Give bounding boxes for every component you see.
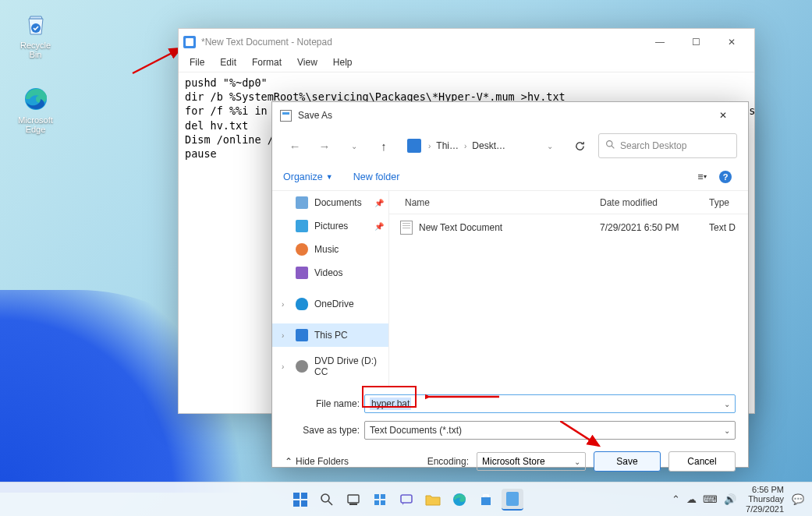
view-options-button[interactable]: ≡ ▾ — [690, 168, 714, 186]
text-file-icon — [400, 221, 413, 235]
search-button[interactable] — [316, 489, 338, 511]
folder-tree[interactable]: Documents📌 Pictures📌 Music Videos › OneD… — [272, 191, 389, 386]
notifications-tray-icon[interactable]: 💬 — [790, 493, 806, 505]
save-as-title-text: Save As — [298, 110, 332, 121]
chevron-down-icon[interactable]: ⌄ — [574, 458, 580, 466]
tree-item-pictures[interactable]: Pictures📌 — [272, 214, 388, 238]
widgets-button[interactable] — [369, 489, 391, 511]
column-name[interactable]: Name — [389, 197, 600, 208]
task-view-button[interactable] — [342, 489, 364, 511]
desktop-icon-label: Recycle Bin — [14, 41, 57, 59]
taskbar-center-icons — [289, 489, 523, 511]
chevron-down-icon[interactable]: ⌄ — [544, 142, 555, 150]
tree-item-onedrive[interactable]: › OneDrive — [272, 292, 388, 316]
menu-view[interactable]: View — [289, 55, 325, 72]
search-placeholder: Search Desktop — [620, 140, 686, 151]
save-as-titlebar[interactable]: Save As ✕ — [272, 102, 748, 129]
tree-item-this-pc[interactable]: › This PC — [272, 323, 388, 347]
close-button[interactable]: ✕ — [706, 104, 740, 127]
edge-button[interactable] — [449, 489, 470, 511]
close-button[interactable]: ✕ — [714, 30, 750, 55]
file-type-cell: Text D — [709, 222, 748, 233]
saveastype-select[interactable]: Text Documents (*.txt) ⌄ — [364, 421, 736, 440]
column-date[interactable]: Date modified — [600, 197, 709, 208]
cancel-button[interactable]: Cancel — [668, 451, 736, 472]
start-button[interactable] — [289, 489, 311, 511]
desktop-icon-label: Microsoft Edge — [14, 115, 57, 134]
search-input[interactable]: Search Desktop — [598, 133, 737, 158]
tray-chevron-up-icon[interactable]: ⌃ — [670, 493, 682, 505]
chevron-up-icon: ⌃ — [285, 456, 293, 467]
svg-rect-16 — [381, 494, 385, 499]
tree-item-dvd[interactable]: › DVD Drive (D:) CC — [272, 355, 388, 378]
svg-rect-13 — [348, 495, 359, 503]
file-list-row[interactable]: New Text Document 7/29/2021 6:50 PM Text… — [389, 214, 748, 241]
organize-button[interactable]: Organize ▼ — [283, 171, 333, 182]
help-button[interactable]: ? — [714, 168, 737, 186]
annotation-arrow-to-filename — [425, 391, 503, 405]
menu-format[interactable]: Format — [244, 55, 289, 72]
keyboard-tray-icon[interactable]: ⌨ — [701, 493, 719, 505]
svg-point-3 — [607, 141, 612, 147]
breadcrumb-seg[interactable]: Thi… — [436, 140, 459, 151]
notepad-titlebar[interactable]: *New Text Document - Notepad ― ☐ ✕ — [179, 29, 754, 55]
pictures-icon — [296, 220, 308, 232]
minimize-button[interactable]: ― — [642, 30, 678, 55]
svg-line-6 — [560, 421, 599, 446]
back-button[interactable]: ← — [283, 134, 307, 157]
chat-button[interactable] — [395, 489, 417, 511]
tree-item-documents[interactable]: Documents📌 — [272, 191, 388, 214]
store-button[interactable] — [475, 489, 497, 511]
menu-help[interactable]: Help — [325, 55, 360, 72]
chevron-down-icon: ▼ — [326, 173, 333, 181]
document-icon — [296, 196, 308, 209]
svg-rect-10 — [301, 500, 307, 507]
maximize-button[interactable]: ☐ — [678, 30, 714, 55]
file-date-cell: 7/29/2021 6:50 PM — [600, 222, 709, 233]
menu-file[interactable]: File — [182, 55, 212, 72]
saveastype-value: Text Documents (*.txt) — [370, 425, 462, 436]
filename-label: File name: — [285, 398, 364, 409]
svg-rect-18 — [381, 500, 385, 505]
volume-tray-icon[interactable]: 🔊 — [722, 493, 738, 505]
taskbar[interactable]: ⌃ ☁ ⌨ 🔊 6:56 PM Thursday 7/29/2021 💬 — [0, 482, 812, 516]
explorer-button[interactable] — [422, 489, 444, 511]
column-type[interactable]: Type — [709, 197, 748, 208]
breadcrumb-seg[interactable]: Deskt… — [472, 140, 505, 151]
chevron-down-icon[interactable]: ⌄ — [724, 400, 730, 408]
address-breadcrumb[interactable]: › Thi… › Deskt… ⌄ — [402, 133, 561, 158]
hide-folders-button[interactable]: ⌃ Hide Folders — [285, 456, 349, 467]
expand-icon[interactable]: › — [282, 300, 284, 309]
desktop-icon-edge[interactable]: Microsoft Edge — [14, 84, 57, 134]
saveastype-label: Save as type: — [285, 425, 364, 436]
desktop-icon-recycle-bin[interactable]: Recycle Bin — [14, 9, 57, 59]
notepad-icon — [183, 36, 196, 48]
annotation-highlight-filename — [362, 386, 417, 408]
svg-rect-19 — [401, 495, 412, 503]
onedrive-tray-icon[interactable]: ☁ — [685, 493, 698, 505]
expand-icon[interactable]: › — [282, 331, 284, 340]
up-button[interactable]: ↑ — [372, 134, 395, 157]
save-as-nav-row: ← → ⌄ ↑ › Thi… › Deskt… ⌄ Search Desktop — [272, 129, 748, 163]
taskbar-clock[interactable]: 6:56 PM Thursday 7/29/2021 — [746, 485, 784, 514]
notepad-title-text: *New Text Document - Notepad — [201, 37, 332, 48]
notepad-taskbar-button[interactable] — [502, 489, 523, 511]
menu-edit[interactable]: Edit — [212, 55, 244, 72]
refresh-button[interactable] — [567, 133, 592, 158]
file-list-header[interactable]: Name Date modified Type — [389, 191, 748, 214]
forward-button[interactable]: → — [313, 134, 336, 157]
taskbar-system-tray[interactable]: ⌃ ☁ ⌨ 🔊 6:56 PM Thursday 7/29/2021 💬 — [670, 485, 812, 514]
dvd-icon — [296, 360, 308, 373]
tree-item-videos[interactable]: Videos — [272, 261, 388, 285]
chevron-down-icon[interactable]: ⌄ — [724, 426, 730, 435]
encoding-value: Microsoft Store — [482, 456, 545, 467]
new-folder-button[interactable]: New folder — [353, 171, 400, 182]
expand-icon[interactable]: › — [282, 362, 284, 371]
file-list[interactable]: Name Date modified Type New Text Documen… — [389, 191, 748, 386]
encoding-label: Encoding: — [427, 456, 469, 467]
music-icon — [296, 243, 308, 256]
chevron-right-icon: › — [426, 142, 433, 150]
filename-input[interactable]: hyper.bat ⌄ — [364, 394, 736, 413]
tree-item-music[interactable]: Music — [272, 238, 388, 261]
recent-button[interactable]: ⌄ — [342, 134, 366, 157]
